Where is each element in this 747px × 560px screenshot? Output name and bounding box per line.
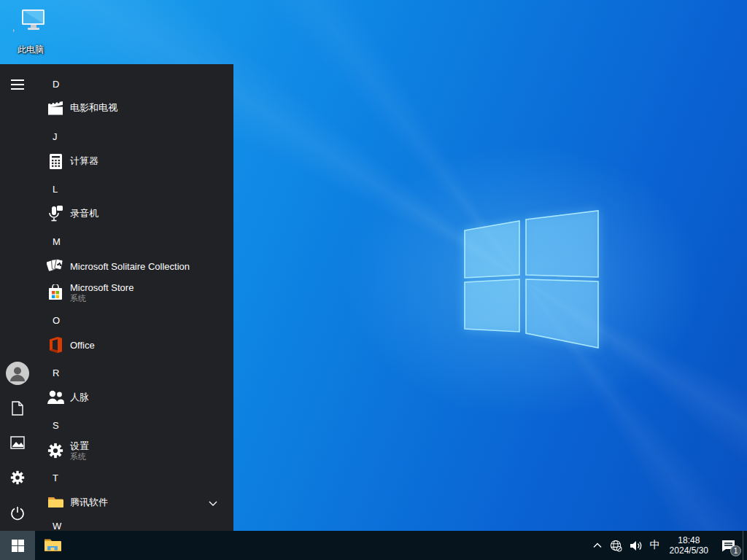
start-menu-app-list: D 电影和电视 J	[35, 64, 233, 531]
hamburger-icon	[11, 79, 24, 90]
app-item-tencent-folder[interactable]: 腾讯软件	[35, 490, 233, 515]
file-explorer-button[interactable]	[35, 531, 70, 560]
documents-button[interactable]	[0, 391, 35, 426]
clock-time: 18:48	[678, 535, 700, 545]
solitaire-icon	[47, 257, 64, 275]
app-item-calculator[interactable]: 计算器	[35, 149, 233, 174]
start-menu: D 电影和电视 J	[0, 64, 233, 531]
app-item-solitaire[interactable]: Microsoft Solitaire Collection	[35, 254, 233, 279]
section-header-s[interactable]: S	[35, 414, 233, 436]
section-header-l[interactable]: L	[35, 178, 233, 200]
settings-rail-button[interactable]	[0, 460, 35, 495]
voice-recorder-icon	[47, 205, 64, 222]
section-header-o[interactable]: O	[35, 309, 233, 331]
power-icon	[10, 506, 25, 521]
desktop-icon-this-pc[interactable]: 此电脑	[7, 7, 54, 61]
section-header-w[interactable]: W	[35, 515, 233, 531]
movies-tv-icon	[47, 99, 64, 117]
app-item-office[interactable]: Office	[35, 332, 233, 357]
office-icon	[47, 336, 64, 354]
power-button[interactable]	[0, 496, 35, 531]
desktop: 此电脑	[0, 0, 747, 560]
hidden-icons-button[interactable]	[589, 531, 606, 560]
pictures-icon	[10, 436, 25, 449]
desktop-icon-label: 此电脑	[18, 44, 44, 56]
clock-date: 2024/5/30	[670, 545, 708, 556]
chevron-down-icon	[209, 496, 217, 509]
user-avatar-icon	[6, 362, 29, 385]
chevron-up-icon	[593, 542, 602, 548]
section-header-m[interactable]: M	[35, 230, 233, 252]
volume-button[interactable]	[626, 531, 646, 560]
folder-icon	[47, 494, 64, 511]
gear-icon	[10, 470, 25, 485]
start-button[interactable]	[0, 531, 35, 560]
section-header-t[interactable]: T	[35, 467, 233, 489]
windows-logo-icon	[12, 540, 24, 552]
app-item-voice-recorder[interactable]: 录音机	[35, 201, 233, 226]
show-desktop-button[interactable]	[743, 531, 747, 560]
notification-badge: 1	[730, 545, 741, 556]
start-menu-rail	[0, 64, 35, 531]
this-pc-icon	[13, 7, 48, 42]
people-icon	[47, 389, 64, 406]
clock[interactable]: 18:48 2024/5/30	[664, 531, 714, 560]
action-center-button[interactable]: 1	[714, 531, 743, 560]
hamburger-menu-button[interactable]	[0, 67, 35, 102]
network-button[interactable]	[606, 531, 626, 560]
app-item-settings[interactable]: 设置 系统	[35, 436, 233, 465]
app-item-people[interactable]: 人脉	[35, 385, 233, 410]
documents-icon	[11, 401, 24, 416]
microsoft-store-icon	[47, 284, 64, 301]
app-item-movies-tv[interactable]: 电影和电视	[35, 96, 233, 120]
section-header-d[interactable]: D	[35, 73, 233, 95]
user-account-button[interactable]	[0, 356, 35, 391]
settings-gear-icon	[47, 442, 64, 459]
section-header-j[interactable]: J	[35, 125, 233, 147]
system-tray: 中 18:48 2024/5/30 1	[589, 531, 747, 560]
speaker-icon	[630, 540, 643, 551]
ime-indicator[interactable]: 中	[646, 531, 664, 560]
pictures-button[interactable]	[0, 425, 35, 460]
globe-no-internet-icon	[610, 540, 622, 552]
file-explorer-icon	[44, 538, 61, 553]
taskbar: 中 18:48 2024/5/30 1	[0, 531, 747, 560]
app-item-microsoft-store[interactable]: Microsoft Store 系统	[35, 278, 233, 307]
section-header-r[interactable]: R	[35, 362, 233, 384]
calculator-icon	[47, 152, 64, 170]
